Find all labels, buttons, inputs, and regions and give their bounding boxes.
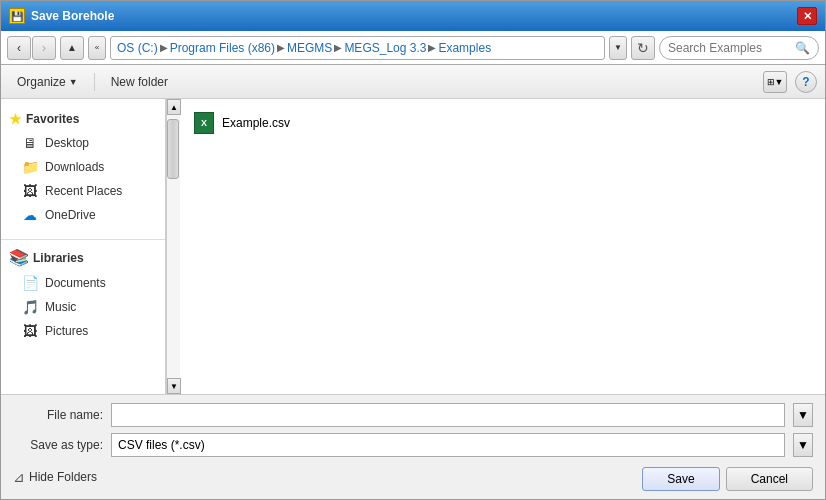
sidebar-item-pictures[interactable]: 🖼 Pictures — [1, 319, 165, 343]
close-button[interactable]: ✕ — [797, 7, 817, 25]
breadcrumb-item-0[interactable]: OS (C:) — [117, 41, 158, 55]
sidebar-scrollbar[interactable]: ▲ ▼ — [166, 99, 180, 394]
up-button[interactable]: ▲ — [60, 36, 84, 60]
main-area: ★ Favorites 🖥 Desktop 📁 Downloads 🖼 Rece… — [1, 99, 825, 394]
sidebar-item-recent-places-label: Recent Places — [45, 184, 122, 198]
save-dialog: 💾 Save Borehole ✕ ‹ › ▲ « OS (C:) ▶ Prog… — [0, 0, 826, 500]
action-buttons: Save Cancel — [642, 467, 813, 491]
sidebar-item-music-label: Music — [45, 300, 76, 314]
filename-input[interactable] — [111, 403, 785, 427]
documents-icon: 📄 — [21, 274, 39, 292]
onedrive-icon: ☁ — [21, 206, 39, 224]
forward-button[interactable]: › — [32, 36, 56, 60]
star-icon: ★ — [9, 111, 22, 127]
final-row: ⊿ Hide Folders Save Cancel — [13, 463, 813, 491]
libraries-section: 📚 Libraries 📄 Documents 🎵 Music 🖼 Pictur… — [1, 244, 165, 343]
sidebar-item-desktop[interactable]: 🖥 Desktop — [1, 131, 165, 155]
hide-folders-icon: ⊿ — [13, 469, 25, 485]
cancel-button[interactable]: Cancel — [726, 467, 813, 491]
filetype-label: Save as type: — [13, 438, 103, 452]
dialog-title: Save Borehole — [31, 9, 114, 23]
new-folder-label: New folder — [111, 75, 168, 89]
bottom-bar: File name: ▼ Save as type: CSV files (*.… — [1, 394, 825, 499]
filename-dropdown-btn[interactable]: ▼ — [793, 403, 813, 427]
filetype-row: Save as type: CSV files (*.csv) ▼ — [13, 433, 813, 457]
file-item-example-csv[interactable]: X Example.csv — [188, 107, 294, 139]
sidebar-item-documents[interactable]: 📄 Documents — [1, 271, 165, 295]
sidebar: ★ Favorites 🖥 Desktop 📁 Downloads 🖼 Rece… — [1, 99, 166, 394]
breadcrumb-item-3[interactable]: MEGS_Log 3.3 — [344, 41, 426, 55]
filetype-dropdown-btn[interactable]: ▼ — [793, 433, 813, 457]
new-folder-button[interactable]: New folder — [103, 72, 176, 92]
desktop-icon: 🖥 — [21, 134, 39, 152]
search-input[interactable] — [668, 41, 791, 55]
toolbar-separator — [94, 73, 95, 91]
title-bar: 💾 Save Borehole ✕ — [1, 1, 825, 31]
hide-folders-button[interactable]: ⊿ Hide Folders — [13, 469, 97, 485]
breadcrumb-bar: OS (C:) ▶ Program Files (x86) ▶ MEGMS ▶ … — [110, 36, 605, 60]
title-bar-left: 💾 Save Borehole — [9, 8, 114, 24]
filename-label: File name: — [13, 408, 103, 422]
address-bar: ‹ › ▲ « OS (C:) ▶ Program Files (x86) ▶ … — [1, 31, 825, 65]
nav-buttons: ‹ › — [7, 36, 56, 60]
excel-icon: X — [194, 112, 214, 134]
scrollbar-down-button[interactable]: ▼ — [167, 378, 181, 394]
sidebar-item-pictures-label: Pictures — [45, 324, 88, 338]
refresh-button[interactable]: ↻ — [631, 36, 655, 60]
help-label: ? — [802, 75, 809, 89]
file-icon-excel: X — [192, 111, 216, 135]
help-button[interactable]: ? — [795, 71, 817, 93]
sidebar-item-music[interactable]: 🎵 Music — [1, 295, 165, 319]
favorites-label: Favorites — [26, 112, 79, 126]
pictures-icon: 🖼 — [21, 322, 39, 340]
search-box: 🔍 — [659, 36, 819, 60]
file-name-example-csv: Example.csv — [222, 116, 290, 130]
organize-label: Organize — [17, 75, 66, 89]
filetype-display: CSV files (*.csv) — [111, 433, 785, 457]
sidebar-item-documents-label: Documents — [45, 276, 106, 290]
breadcrumb-item-4[interactable]: Examples — [438, 41, 491, 55]
sidebar-item-onedrive-label: OneDrive — [45, 208, 96, 222]
toolbar: Organize ▼ New folder ⊞▼ ? — [1, 65, 825, 99]
favorites-section: ★ Favorites 🖥 Desktop 📁 Downloads 🖼 Rece… — [1, 107, 165, 227]
sidebar-divider — [1, 239, 165, 240]
breadcrumb-item-2[interactable]: MEGMS — [287, 41, 332, 55]
search-icon: 🔍 — [795, 41, 810, 55]
breadcrumb-dropdown-right[interactable]: ▼ — [609, 36, 627, 60]
sidebar-item-downloads[interactable]: 📁 Downloads — [1, 155, 165, 179]
downloads-icon: 📁 — [21, 158, 39, 176]
back-button[interactable]: ‹ — [7, 36, 31, 60]
sidebar-item-onedrive[interactable]: ☁ OneDrive — [1, 203, 165, 227]
view-options-button[interactable]: ⊞▼ — [763, 71, 787, 93]
sidebar-item-desktop-label: Desktop — [45, 136, 89, 150]
breadcrumb-item-1[interactable]: Program Files (x86) — [170, 41, 275, 55]
filetype-value: CSV files (*.csv) — [118, 438, 205, 452]
content-area: X Example.csv — [180, 99, 825, 394]
organize-button[interactable]: Organize ▼ — [9, 72, 86, 92]
libraries-folder-icon: 📚 — [9, 248, 29, 267]
hide-folders-label: Hide Folders — [29, 470, 97, 484]
title-icon: 💾 — [9, 8, 25, 24]
organize-chevron: ▼ — [69, 77, 78, 87]
music-icon: 🎵 — [21, 298, 39, 316]
scrollbar-up-button[interactable]: ▲ — [167, 99, 181, 115]
filename-row: File name: ▼ — [13, 403, 813, 427]
libraries-label: Libraries — [33, 251, 84, 265]
breadcrumb-dropdown-left[interactable]: « — [88, 36, 106, 60]
save-button[interactable]: Save — [642, 467, 719, 491]
view-btn-group: ⊞▼ — [763, 71, 787, 93]
recent-places-icon: 🖼 — [21, 182, 39, 200]
favorites-header: ★ Favorites — [1, 107, 165, 131]
sidebar-item-downloads-label: Downloads — [45, 160, 104, 174]
libraries-header: 📚 Libraries — [1, 244, 165, 271]
scrollbar-thumb[interactable] — [167, 119, 179, 179]
sidebar-item-recent-places[interactable]: 🖼 Recent Places — [1, 179, 165, 203]
